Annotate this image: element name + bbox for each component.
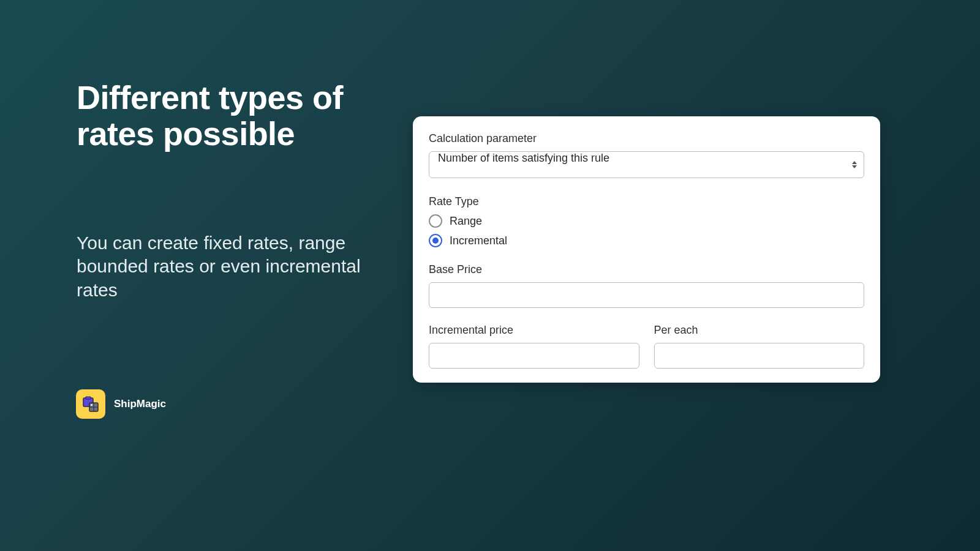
radio-icon	[429, 234, 442, 247]
page-headline: Different types of rates possible	[77, 80, 407, 152]
incremental-price-label: Incremental price	[429, 324, 639, 337]
page-subtext: You can create fixed rates, range bounde…	[77, 231, 383, 302]
svg-rect-5	[91, 404, 92, 406]
calc-param-label: Calculation parameter	[429, 132, 864, 145]
per-each-label: Per each	[654, 324, 865, 337]
rate-type-range-label: Range	[450, 215, 482, 228]
calc-param-select[interactable]: Number of items satisfying this rule	[429, 151, 864, 178]
brand-block: ShipMagic	[76, 389, 166, 419]
base-price-label: Base Price	[429, 263, 864, 276]
rate-form-card: Calculation parameter Number of items sa…	[413, 116, 880, 383]
incremental-price-input[interactable]	[429, 343, 639, 369]
brand-name: ShipMagic	[114, 398, 166, 410]
rate-type-incremental-label: Incremental	[450, 234, 507, 247]
per-each-input[interactable]	[654, 343, 865, 369]
base-price-input[interactable]	[429, 282, 864, 308]
svg-rect-1	[86, 397, 91, 399]
rate-type-incremental-radio[interactable]: Incremental	[429, 234, 864, 247]
shipmagic-logo-icon	[76, 389, 105, 419]
radio-icon	[429, 214, 442, 228]
rate-type-label: Rate Type	[429, 195, 864, 208]
rate-type-range-radio[interactable]: Range	[429, 214, 864, 228]
